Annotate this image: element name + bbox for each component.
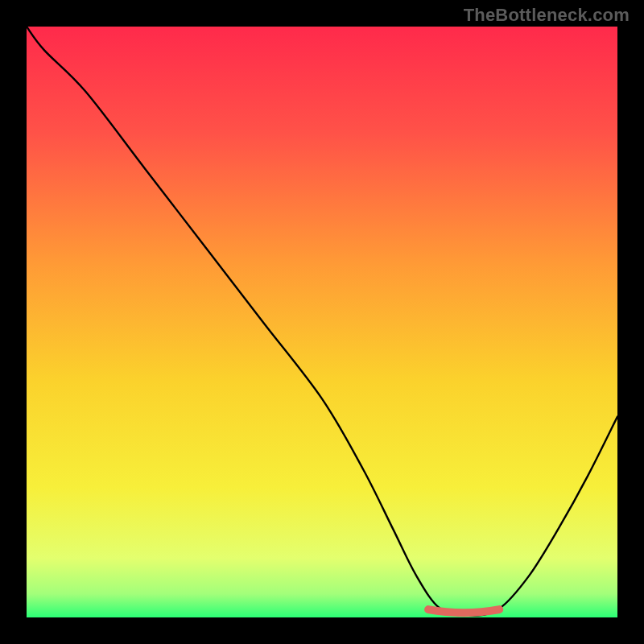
- gradient-background: [27, 27, 617, 617]
- chart-frame: TheBottleneck.com: [0, 0, 644, 644]
- chart-svg: [27, 27, 617, 617]
- chart-plot-area: [27, 27, 617, 617]
- watermark-text: TheBottleneck.com: [464, 5, 630, 26]
- optimal-range-highlight: [428, 609, 499, 613]
